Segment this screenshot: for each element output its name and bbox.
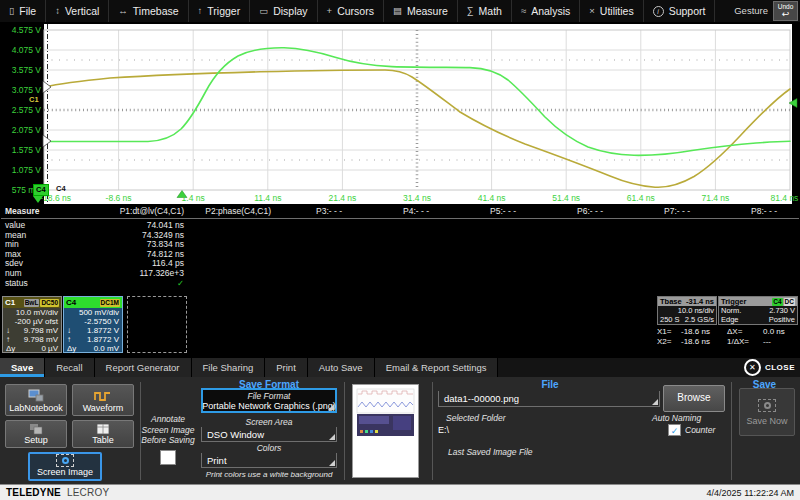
- setup-button[interactable]: Setup: [5, 420, 67, 448]
- c1-descriptor-box[interactable]: C1 BwL DC50 10.0 mV/div -200 µV ofst ↓9.…: [2, 296, 62, 353]
- menu-item-file[interactable]: ▯File: [0, 0, 46, 22]
- brand-logo: TELEDYNE LECROY: [6, 487, 109, 498]
- y-axis-label: 1.075 V: [0, 165, 41, 175]
- timebase-box[interactable]: Tbase -31.4 ns 10.0 ns/div 250 S 2.5 GS/…: [657, 296, 717, 325]
- tab-save[interactable]: Save: [0, 358, 45, 377]
- close-button[interactable]: ✕ CLOSE: [744, 360, 795, 375]
- waveform-button[interactable]: Waveform: [72, 384, 134, 416]
- menu-item-timebase[interactable]: ↔Timebase: [109, 0, 188, 22]
- measure-cell: [190, 259, 277, 269]
- annotate-checkbox[interactable]: [160, 450, 176, 465]
- y-axis-label: 4.075 V: [0, 45, 41, 55]
- tab-email-report-settings[interactable]: Email & Report Settings: [375, 358, 499, 377]
- tab-file-sharing[interactable]: File Sharing: [192, 358, 266, 377]
- tab-recall[interactable]: Recall: [45, 358, 94, 377]
- counter-checkbox[interactable]: ✓: [668, 424, 681, 436]
- menu-bar: ▯File↕Vertical↔Timebase↑Trigger▭Display+…: [0, 0, 800, 22]
- menu-item-analysis[interactable]: ≈Analysis: [512, 0, 580, 22]
- measure-title: Measure: [1, 205, 103, 218]
- measure-cell: [538, 269, 625, 279]
- filename-value: data1--00000.png: [444, 393, 519, 404]
- measure-row-sdev: sdev116.4 ps: [1, 259, 799, 269]
- measure-cell: [538, 259, 625, 269]
- up-arrow-icon: ↑: [67, 335, 71, 344]
- x-axis-label: 41.4 ns: [478, 193, 506, 203]
- c4-axis-name: C4: [56, 184, 66, 193]
- up-arrow-icon: ↑: [6, 335, 10, 344]
- measure-header-row: MeasureP1:dt@lv(C4,C1)P2:phase(C4,C1)P3:…: [1, 205, 799, 219]
- trigger-box[interactable]: Trigger C4 DC Norm. 2.730 V Edge Positiv…: [718, 296, 798, 325]
- menu-item-label: Math: [479, 5, 502, 17]
- screen-image-button[interactable]: Screen Image: [28, 452, 102, 481]
- timebase-icon: ↔: [118, 6, 128, 16]
- menu-item-vertical[interactable]: ↕Vertical: [46, 0, 109, 22]
- measure-cell: [538, 250, 625, 260]
- colors-select[interactable]: Print: [201, 453, 337, 468]
- measure-cell: [625, 240, 712, 250]
- y-axis-label: 3.075 V: [0, 85, 41, 95]
- trigger-label: Trigger: [721, 297, 746, 306]
- save-now-button[interactable]: Save Now: [739, 388, 795, 436]
- x-axis-label: 51.4 ns: [552, 193, 580, 203]
- x-axis-label: 71.4 ns: [701, 193, 729, 203]
- measure-cell: [190, 240, 277, 250]
- auto-naming-label: Auto Naming: [652, 413, 701, 423]
- labnotebook-button[interactable]: LabNotebook: [5, 384, 67, 416]
- x-axis-label: 61.4 ns: [627, 193, 655, 203]
- empty-descriptor-slot[interactable]: [127, 296, 187, 353]
- close-icon: ✕: [744, 359, 761, 376]
- trigger-level-marker[interactable]: [789, 99, 797, 108]
- y-axis-label: 2.075 V: [0, 125, 41, 135]
- menu-item-label: Analysis: [531, 5, 570, 17]
- measure-column-header[interactable]: P4:- - -: [364, 205, 451, 218]
- measure-row-label: status: [1, 279, 103, 289]
- measure-cell: [190, 231, 277, 241]
- measure-row-value: value74.041 ns: [1, 221, 799, 231]
- menu-item-trigger[interactable]: ↑Trigger: [189, 0, 251, 22]
- measure-column-header[interactable]: P3:- - -: [277, 205, 364, 218]
- measure-column-header[interactable]: P2:phase(C4,C1): [190, 205, 277, 218]
- measure-column-header[interactable]: P8:- - -: [712, 205, 799, 218]
- divider: [432, 382, 433, 480]
- c4-scale: 500 mV/div: [79, 308, 119, 317]
- tab-report-generator[interactable]: Report Generator: [95, 358, 192, 377]
- menu-item-support[interactable]: iSupport: [644, 0, 716, 22]
- y-axis-label: 4.575 V: [0, 25, 41, 35]
- c1-bwl-badge: BwL: [24, 299, 40, 307]
- c1-scale: 10.0 mV/div: [16, 308, 58, 317]
- measure-column-header[interactable]: P5:- - -: [451, 205, 538, 218]
- undo-button[interactable]: Undo ↩: [773, 1, 798, 21]
- measure-cell: [625, 250, 712, 260]
- measure-cell: [364, 221, 451, 231]
- menu-item-utilities[interactable]: ×Utilities: [580, 0, 643, 22]
- measure-cell: [451, 250, 538, 260]
- menu-item-label: Trigger: [207, 5, 240, 17]
- measure-cell: [451, 269, 538, 279]
- x2-label: X2=: [657, 337, 681, 347]
- measure-column-header[interactable]: P6:- - -: [538, 205, 625, 218]
- tab-print[interactable]: Print: [265, 358, 308, 377]
- menu-item-label: File: [19, 5, 36, 17]
- measure-column-header[interactable]: P1:dt@lv(C4,C1): [103, 205, 190, 218]
- menu-item-measure[interactable]: ▤Measure: [384, 0, 458, 22]
- menu-item-math[interactable]: ∑Math: [458, 0, 512, 22]
- filename-select[interactable]: data1--00000.png: [438, 391, 660, 407]
- c1-max: 9.798 mV: [24, 335, 58, 344]
- menu-item-display[interactable]: ▭Display: [250, 0, 317, 22]
- measure-column-header[interactable]: P7:- - -: [625, 205, 712, 218]
- table-button[interactable]: Table: [72, 420, 134, 448]
- menu-item-cursors[interactable]: +Cursors: [318, 0, 384, 22]
- c4-name: C4: [66, 297, 76, 308]
- screen-area-select[interactable]: DSO Window: [201, 427, 337, 442]
- measure-p1-value: ✓: [103, 279, 190, 289]
- graticule-background: [44, 24, 792, 204]
- setup-icon: [28, 423, 44, 435]
- file-format-select[interactable]: File Format Portable Network Graphics (.…: [201, 388, 337, 413]
- x-axis-label: 21.4 ns: [328, 193, 356, 203]
- c4-coupling-badge: DC1M: [100, 299, 120, 307]
- c4-axis-badge[interactable]: C4: [33, 184, 49, 196]
- c4-descriptor-box[interactable]: C4 DC1M 500 mV/div -2.5750 V ↓1.8772 V ↑…: [63, 296, 123, 353]
- tab-auto-save[interactable]: Auto Save: [308, 358, 375, 377]
- measure-cell: [277, 269, 364, 279]
- browse-button[interactable]: Browse: [663, 385, 725, 412]
